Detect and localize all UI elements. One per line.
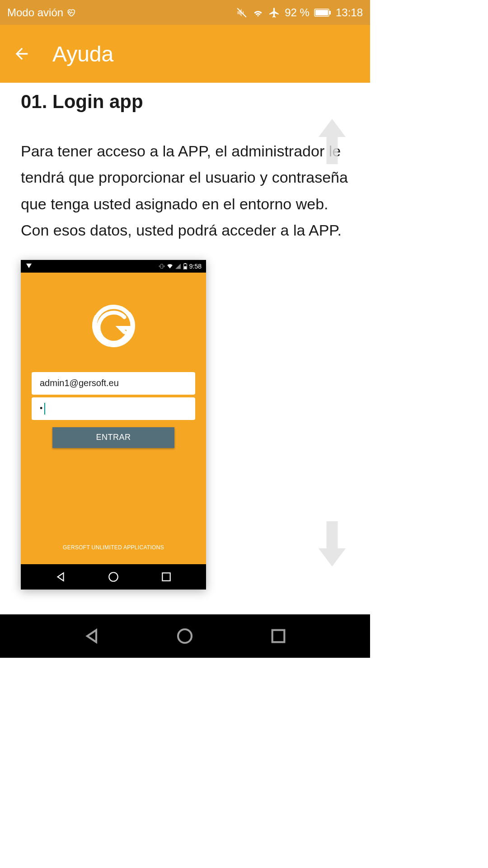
section-title: 01. Login app xyxy=(21,91,349,113)
wifi-icon xyxy=(252,7,264,19)
embedded-screenshot: 9:58 admin1@gersoft.eu • ENTRAR GERSOFT … xyxy=(21,260,206,590)
ss-time: 9:58 xyxy=(189,263,202,270)
status-left: Modo avión xyxy=(7,6,76,19)
nav-back-icon[interactable] xyxy=(83,627,101,645)
content-area: 01. Login app Para tener acceso a la APP… xyxy=(0,83,370,598)
ss-email-value: admin1@gersoft.eu xyxy=(40,378,119,388)
svg-point-9 xyxy=(109,572,118,581)
ss-wifi-icon xyxy=(167,263,173,269)
svg-point-11 xyxy=(178,629,192,643)
ss-home-icon xyxy=(108,571,119,583)
heart-icon xyxy=(66,8,76,17)
ss-login-button: ENTRAR xyxy=(52,427,174,448)
system-nav-bar xyxy=(0,614,370,658)
ss-password-mask: • xyxy=(40,404,42,413)
page-title: Ayuda xyxy=(52,42,113,66)
svg-rect-6 xyxy=(184,266,186,269)
app-bar: Ayuda xyxy=(0,25,370,83)
scroll-down-icon[interactable] xyxy=(319,521,346,566)
svg-rect-3 xyxy=(160,264,163,268)
battery-icon xyxy=(314,7,331,19)
ss-button-label: ENTRAR xyxy=(96,433,131,442)
ss-email-input: admin1@gersoft.eu xyxy=(32,372,195,395)
mute-icon xyxy=(236,7,248,19)
ss-login-body: admin1@gersoft.eu • ENTRAR GERSOFT UNLIM… xyxy=(21,273,206,564)
section-text: Para tener acceso a la APP, el administr… xyxy=(21,138,349,244)
nav-recent-icon[interactable] xyxy=(269,627,287,645)
svg-rect-12 xyxy=(272,630,284,642)
svg-rect-10 xyxy=(162,573,170,580)
ss-cursor-icon xyxy=(44,403,45,415)
ss-nav-bar xyxy=(21,564,206,590)
svg-rect-1 xyxy=(315,10,328,15)
scroll-up-icon[interactable] xyxy=(319,119,346,164)
ss-password-input: • xyxy=(32,397,195,420)
ss-status-bar: 9:58 xyxy=(21,260,206,273)
ss-logo-icon xyxy=(92,304,135,347)
ss-footer-text: GERSOFT UNLIMITED APPLICATIONS xyxy=(63,544,164,551)
airplane-icon xyxy=(268,7,280,19)
ss-app-icon xyxy=(25,263,33,270)
svg-rect-2 xyxy=(329,11,331,14)
ss-back-icon xyxy=(55,571,66,583)
status-bar: Modo avión 92 % 13:18 xyxy=(0,0,370,25)
back-arrow-icon[interactable] xyxy=(13,45,31,63)
clock-time: 13:18 xyxy=(336,6,363,19)
ss-vibrate-icon xyxy=(159,263,165,269)
status-right: 92 % 13:18 xyxy=(236,6,363,19)
airplane-mode-label: Modo avión xyxy=(7,6,63,19)
svg-rect-5 xyxy=(184,263,186,264)
ss-recent-icon xyxy=(160,571,172,583)
ss-signal-icon xyxy=(175,263,181,269)
nav-home-icon[interactable] xyxy=(176,627,194,645)
ss-battery-icon xyxy=(183,263,188,269)
battery-percent: 92 % xyxy=(285,6,310,19)
